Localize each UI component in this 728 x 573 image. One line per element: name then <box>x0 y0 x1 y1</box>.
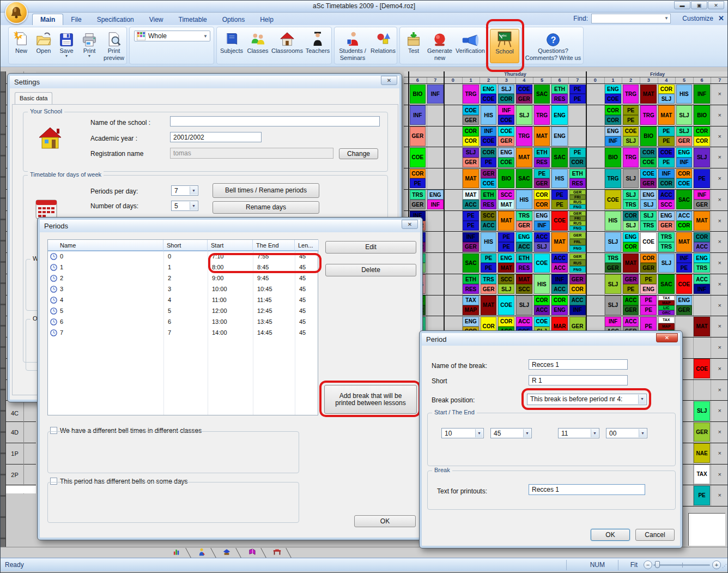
timetable-cell[interactable]: SLJ <box>694 401 710 421</box>
timetable-cell[interactable]: CORACC <box>534 295 550 315</box>
minimize-button[interactable]: ▬ <box>674 1 690 9</box>
bell-times-button[interactable]: Bell times / Rename periods <box>213 183 319 198</box>
no-lesson-mark[interactable]: × <box>711 429 728 435</box>
timetable-cell[interactable]: MAT <box>640 85 657 104</box>
timetable-cell[interactable]: MAT <box>534 126 550 146</box>
timetable-cell[interactable]: GER <box>410 126 426 146</box>
timetable-cell[interactable]: SLJ <box>516 105 532 125</box>
class-row-label[interactable]: 4D <box>7 429 22 436</box>
timetable-cell[interactable]: GER <box>694 423 710 442</box>
settings-title-bar[interactable]: Settings ✕ <box>10 76 399 88</box>
tab-basic-data[interactable]: Basic data <box>15 92 52 104</box>
zoom-fit-label[interactable]: Fit <box>630 561 638 569</box>
timetable-cell[interactable]: NAE <box>694 443 710 463</box>
timetable-cell[interactable]: ACCINF <box>569 295 586 315</box>
no-lesson-mark[interactable]: × <box>711 218 728 224</box>
save-button[interactable]: Save▼ <box>56 29 77 63</box>
timetable-cell[interactable]: COE <box>640 232 657 252</box>
view-tab-chart[interactable] <box>164 547 189 558</box>
ribbon-collapse-close-icon[interactable]: ✕ <box>718 14 724 22</box>
timetable-cell[interactable]: COE <box>605 190 621 209</box>
timetable-cell[interactable]: SLJGER <box>676 126 693 146</box>
timetable-cell[interactable]: ACCSLJ <box>534 232 550 252</box>
school-button[interactable]: abcSchool <box>490 29 519 63</box>
timetable-cell[interactable]: SLJ <box>694 148 710 167</box>
timetable-cell[interactable]: SLJ <box>605 232 621 252</box>
no-lesson-mark[interactable]: × <box>711 91 728 97</box>
periods-per-day-select[interactable]: 7▼ <box>171 185 198 196</box>
timetable-cell[interactable]: MAT <box>481 295 497 315</box>
timetable-cell[interactable]: ENGGER <box>676 295 693 315</box>
timetable-cell[interactable]: PEPE <box>551 190 568 209</box>
no-lesson-mark[interactable]: × <box>711 492 728 498</box>
timetable-cell[interactable]: SLJ <box>658 254 675 273</box>
timetable-cell[interactable]: ENGINF <box>427 190 444 209</box>
period-cancel-button[interactable]: Cancel <box>635 529 675 541</box>
timetable-cell[interactable]: MAT <box>676 232 693 252</box>
class-row-label[interactable]: 1P <box>7 450 22 457</box>
timetable-cell[interactable]: SCCACC <box>481 211 497 231</box>
timetable-cell[interactable]: MATACC <box>463 190 479 209</box>
timetable-cell[interactable]: MAT <box>658 105 675 125</box>
break-name-input[interactable]: Recces 1 <box>529 359 628 370</box>
timetable-cell[interactable]: ETHRES <box>463 274 479 294</box>
no-lesson-mark[interactable]: × <box>711 281 728 287</box>
timetable-cell[interactable]: TRSTRS <box>658 232 675 252</box>
column-header-short[interactable]: Short <box>163 240 208 251</box>
timetable-cell[interactable]: HIS <box>481 232 497 252</box>
timetable-cell[interactable]: INFCOE <box>498 105 514 125</box>
periods-ok-button[interactable]: OK <box>354 515 416 527</box>
timetable-cell[interactable]: CORCOR <box>694 126 710 146</box>
zoom-in-button[interactable]: + <box>712 560 721 569</box>
open-button[interactable]: Open <box>33 29 54 63</box>
timetable-cell[interactable]: MAT <box>463 169 479 189</box>
timetable-cell[interactable]: MAT <box>694 317 710 336</box>
timetable-cell[interactable]: COEGER <box>498 126 514 146</box>
break-short-input[interactable]: R 1 <box>529 375 628 385</box>
timetable-cell[interactable]: TRG <box>516 126 532 146</box>
timetable-cell[interactable]: CORCOR <box>534 190 550 209</box>
timetable-cell[interactable]: PEPE <box>463 211 479 231</box>
view-select[interactable]: Whole▼ <box>134 31 210 41</box>
zoom-out-button[interactable]: − <box>644 560 652 569</box>
timetable-cell[interactable]: ENG <box>551 105 568 125</box>
timetable-cell[interactable]: ENGCOE <box>498 148 514 167</box>
timetable-cell[interactable]: PEGER <box>534 169 550 189</box>
timetable-cell[interactable]: ENGINF <box>605 126 621 146</box>
view-tab-desk[interactable] <box>264 547 289 558</box>
timetable-cell[interactable]: TRG <box>623 148 639 167</box>
timetable-cell[interactable]: PEPE <box>623 105 639 125</box>
delete-button[interactable]: Delete <box>325 264 416 276</box>
chevron-down-icon[interactable]: ▼ <box>664 16 669 21</box>
timetable-cell[interactable]: TRSGER <box>516 211 532 231</box>
print-preview-button[interactable]: Printpreview <box>101 29 126 63</box>
timetable-cell[interactable]: TRG <box>640 105 657 125</box>
timetable-cell[interactable]: HIS <box>551 169 568 189</box>
questions-comments-write-us-button[interactable]: ?Questions?Comments? Write us <box>524 29 583 63</box>
new-button[interactable]: New <box>11 29 32 63</box>
timetable-cell[interactable]: TRG <box>463 85 479 104</box>
zoom-slider-track[interactable] <box>653 564 710 566</box>
column-header-the-end[interactable]: The End <box>253 240 295 251</box>
timetable-cell[interactable]: ENGCOR <box>623 232 639 252</box>
period-title-bar[interactable]: Period ✕ <box>422 333 680 346</box>
teachers-button[interactable]: Teachers <box>304 29 331 63</box>
timetable-cell[interactable]: ETHRES <box>516 254 532 273</box>
timetable-cell[interactable]: ETHRES <box>569 169 586 189</box>
timetable-cell[interactable]: TAXMAP <box>463 295 479 315</box>
timetable-cell[interactable]: GERPE <box>623 274 639 294</box>
edit-button[interactable]: Edit <box>325 241 416 254</box>
period-row[interactable]: 229:009:4545 <box>48 273 318 284</box>
class-row-label[interactable]: 2P <box>7 472 22 478</box>
ribbon-tab-view[interactable]: View <box>142 14 171 26</box>
timetable-cell[interactable]: COEPE <box>658 148 675 167</box>
timetable-cell[interactable]: SAC <box>551 148 568 167</box>
period-row[interactable]: 118:008:4545 <box>48 262 318 273</box>
timetable-cell[interactable]: COEGER <box>640 169 657 189</box>
timetable-cell[interactable]: SLJ <box>516 295 532 315</box>
period-row[interactable]: 3310:0010:4545 <box>48 284 318 295</box>
timetable-cell[interactable]: ETHRES <box>534 148 550 167</box>
no-lesson-mark[interactable]: × <box>711 365 728 372</box>
no-lesson-mark[interactable]: × <box>711 471 728 478</box>
timetable-cell[interactable]: COESLJ <box>623 126 639 146</box>
